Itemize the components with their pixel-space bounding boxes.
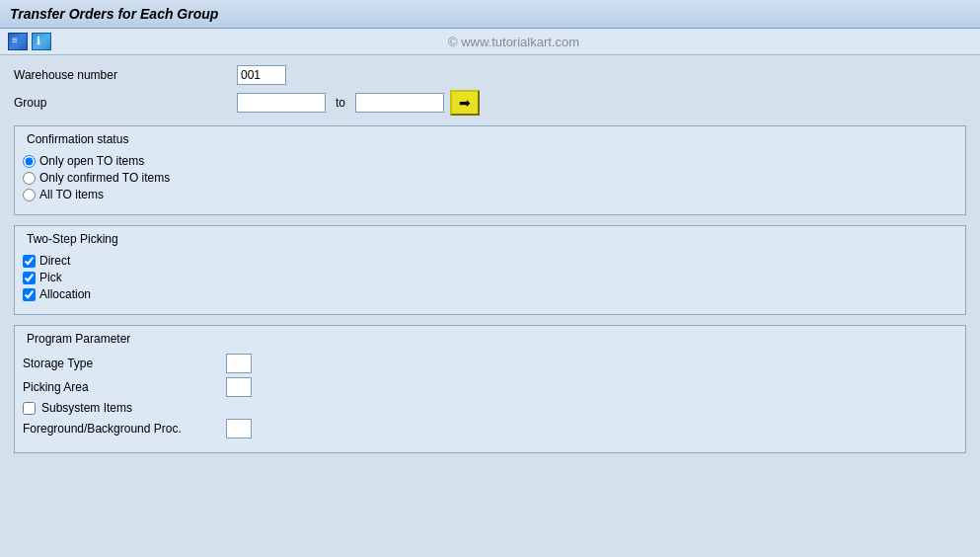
only-open-radio[interactable] [23, 155, 36, 168]
main-content: Warehouse number Group to ➡ Confirmation… [0, 55, 980, 469]
direct-label: Direct [39, 254, 70, 268]
allocation-label: Allocation [39, 287, 91, 301]
all-to-label: All TO items [39, 188, 104, 201]
storage-type-input[interactable] [226, 354, 252, 373]
two-step-picking-section: Two-Step Picking Direct Pick Allocation [14, 225, 966, 315]
pick-row: Pick [23, 271, 957, 284]
fg-bg-proc-row: Foreground/Background Proc. [23, 419, 957, 438]
subsystem-items-row: Subsystem Items [23, 401, 957, 415]
subsystem-items-checkbox[interactable] [23, 402, 36, 415]
direct-row: Direct [23, 254, 957, 268]
subsystem-items-label: Subsystem Items [41, 401, 132, 415]
picking-area-input[interactable] [226, 377, 252, 397]
allocation-row: Allocation [23, 287, 957, 301]
direct-checkbox[interactable] [23, 255, 36, 268]
to-label: to [336, 96, 345, 110]
watermark-text: © www.tutorialkart.com [55, 35, 972, 49]
storage-type-label: Storage Type [23, 357, 220, 370]
only-confirmed-radio[interactable] [23, 172, 36, 185]
only-confirmed-label: Only confirmed TO items [39, 171, 170, 185]
group-from-input[interactable] [237, 93, 326, 113]
info-icon[interactable] [32, 33, 51, 50]
picking-area-row: Picking Area [23, 377, 957, 397]
radio-row-all: All TO items [23, 188, 957, 201]
grid-icon[interactable] [8, 33, 28, 50]
group-label: Group [14, 96, 231, 110]
confirmation-status-section: Confirmation status Only open TO items O… [14, 125, 966, 215]
toolbar: © www.tutorialkart.com [0, 29, 980, 55]
group-to-input[interactable] [355, 93, 444, 113]
warehouse-row: Warehouse number [14, 65, 966, 85]
allocation-checkbox[interactable] [23, 288, 36, 301]
radio-row-confirmed: Only confirmed TO items [23, 171, 957, 185]
confirmation-status-title: Confirmation status [23, 130, 957, 148]
only-open-label: Only open TO items [39, 154, 144, 168]
warehouse-label: Warehouse number [14, 68, 231, 82]
two-step-picking-title: Two-Step Picking [23, 230, 957, 248]
title-bar: Transfer Orders for Each Group [0, 0, 980, 29]
program-parameter-title: Program Parameter [23, 330, 957, 348]
radio-row-open: Only open TO items [23, 154, 957, 168]
execute-button[interactable]: ➡ [450, 90, 480, 116]
pick-label: Pick [39, 271, 62, 284]
all-to-radio[interactable] [23, 189, 36, 201]
warehouse-input[interactable] [237, 65, 286, 85]
fg-bg-proc-label: Foreground/Background Proc. [23, 422, 220, 436]
pick-checkbox[interactable] [23, 272, 36, 284]
program-parameter-section: Program Parameter Storage Type Picking A… [14, 325, 966, 453]
storage-type-row: Storage Type [23, 354, 957, 373]
fg-bg-proc-input[interactable] [226, 419, 252, 438]
group-row: Group to ➡ [14, 90, 966, 116]
page-title: Transfer Orders for Each Group [10, 6, 970, 22]
picking-area-label: Picking Area [23, 380, 220, 394]
